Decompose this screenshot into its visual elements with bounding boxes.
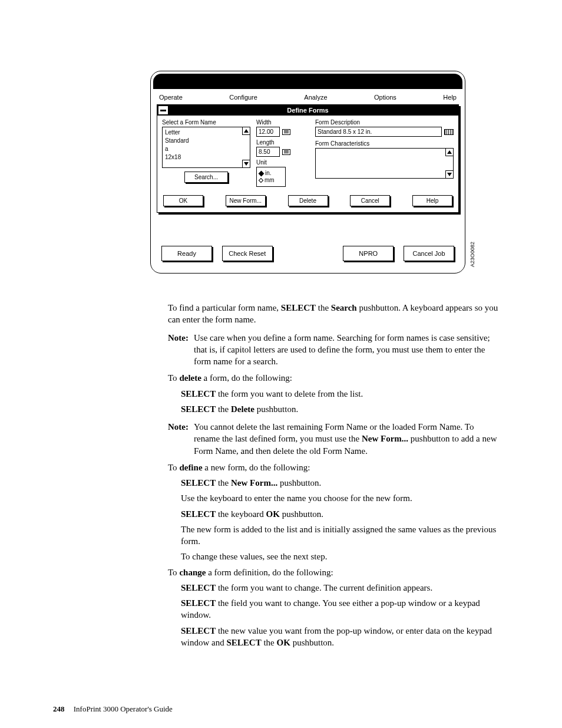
menu-options[interactable]: Options [374,94,396,101]
page-footer: 248 InfoPrint 3000 Operator's Guide [53,704,173,714]
scroll-down-icon[interactable] [242,160,250,168]
dialog-title: Define Forms [157,105,458,116]
length-label: Length [256,139,309,146]
list-item[interactable]: 12x18 [165,153,240,162]
unit-in-radio[interactable]: in. [259,170,283,177]
page-number: 248 [53,704,65,713]
unit-group: in. mm [256,167,286,187]
help-button[interactable]: Help [412,195,452,206]
search-button[interactable]: Search... [184,172,228,183]
delete-button[interactable]: Delete [288,195,328,206]
ok-button[interactable]: OK [163,195,203,206]
list-item[interactable]: Standard [165,137,240,145]
cancel-button[interactable]: Cancel [350,195,390,206]
check-reset-button[interactable]: Check Reset [222,246,273,261]
unit-in-label: in. [265,170,272,177]
length-input[interactable]: 8.50 [256,147,280,157]
list-item[interactable]: Letter [165,129,240,137]
define-forms-dialog: Define Forms Select a Form Name Letter S… [157,104,459,213]
note-label: Note: [168,332,194,368]
menubar: Operate Configure Analyze Options Help [151,89,465,104]
description-label: Form Description [315,119,454,126]
spin-icon[interactable] [282,129,290,135]
menu-analyze[interactable]: Analyze [304,94,327,101]
dialog-title-text: Define Forms [287,107,328,114]
width-input[interactable]: 12.00 [256,127,280,137]
unit-mm-radio[interactable]: mm [259,177,283,184]
characteristics-label: Form Characteristics [315,140,454,147]
select-form-label: Select a Form Name [162,119,250,126]
width-label: Width [256,119,309,126]
note-label: Note: [168,421,194,457]
document-body: To find a particular form name, SELECT t… [168,302,501,648]
menu-help[interactable]: Help [443,94,457,101]
application-window: Operate Configure Analyze Options Help D… [150,71,465,274]
note-text: Use care when you define a form name. Se… [194,332,501,368]
form-name-listbox[interactable]: Letter Standard a 12x18 [162,127,250,168]
figure-id: A23O0082 [470,242,475,267]
menu-operate[interactable]: Operate [159,94,183,101]
unit-label: Unit [256,159,309,166]
scroll-up-icon[interactable] [445,148,454,156]
titlebar [153,74,462,89]
system-menu-icon[interactable] [158,106,168,114]
keyboard-icon[interactable] [444,129,454,135]
doc-title: InfoPrint 3000 Operator's Guide [74,704,173,713]
note-text: You cannot delete the last remaining For… [194,421,501,457]
scroll-up-icon[interactable] [242,127,250,135]
description-input[interactable]: Standard 8.5 x 12 in. [315,127,442,137]
list-item[interactable]: a [165,145,240,153]
menu-configure[interactable]: Configure [229,94,257,101]
ready-button[interactable]: Ready [161,246,212,261]
unit-mm-label: mm [265,177,275,184]
npro-button[interactable]: NPRO [343,246,394,261]
cancel-job-button[interactable]: Cancel Job [404,246,454,261]
spin-icon[interactable] [282,149,290,155]
new-form-button[interactable]: New Form... [226,195,266,206]
scroll-down-icon[interactable] [445,170,454,179]
characteristics-listbox[interactable] [315,148,454,179]
